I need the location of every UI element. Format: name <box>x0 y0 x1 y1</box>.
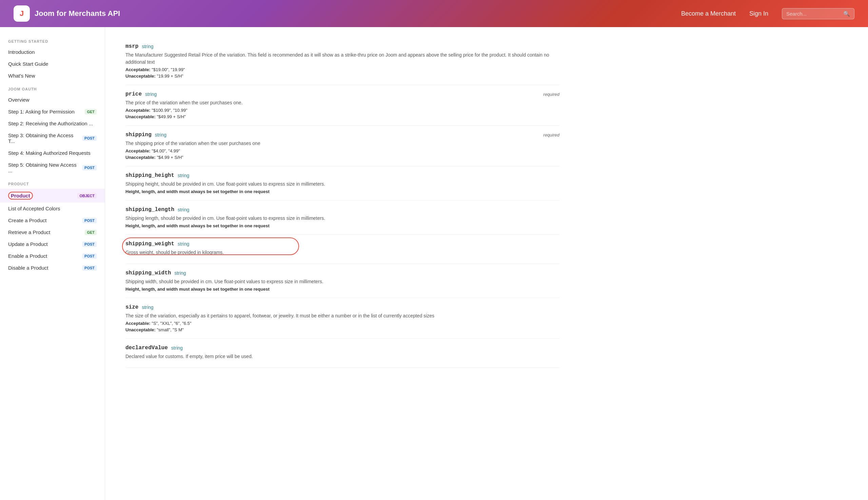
sidebar-item[interactable]: List of Accepted Colors <box>0 203 105 214</box>
field-name: shipping_width <box>125 270 171 276</box>
logo[interactable]: J Joom for Merchants API <box>13 5 120 22</box>
field-entry-shipping: shippingstringrequiredThe shipping price… <box>125 126 559 166</box>
field-entry-shipping_length: shipping_lengthstringShipping length, sh… <box>125 201 559 235</box>
field-type: string <box>142 305 153 310</box>
become-merchant-link[interactable]: Become a Merchant <box>681 10 736 17</box>
field-description: Gross weight, should be provided in kilo… <box>125 249 559 256</box>
sidebar-badge: POST <box>82 218 97 223</box>
sidebar-item-label: Step 5: Obtaining New Access ... <box>8 162 80 173</box>
field-entry-declaredValue: declaredValuestringDeclared value for cu… <box>125 339 559 368</box>
field-entry-shipping_width: shipping_widthstringShipping width, shou… <box>125 264 559 298</box>
field-type: string <box>145 91 157 97</box>
main-content: msrpstringThe Manufacturer Suggested Ret… <box>105 27 580 378</box>
field-name-line: pricestringrequired <box>125 91 559 97</box>
active-item-highlight: Product <box>8 192 33 200</box>
field-acceptable: Acceptable: "$19.00", "19.99" <box>125 67 559 72</box>
sidebar-item[interactable]: Introduction <box>0 46 105 58</box>
field-name-line: msrpstring <box>125 43 559 49</box>
field-name-line: shipping_weightstring <box>125 241 559 247</box>
sidebar-item[interactable]: Step 5: Obtaining New Access ...POST <box>0 159 105 177</box>
field-entry-shipping_weight: shipping_weightstringGross weight, shoul… <box>125 235 559 264</box>
sidebar-item[interactable]: Create a ProductPOST <box>0 214 105 226</box>
field-acceptable: Acceptable: "$4.00", "4.99" <box>125 148 559 154</box>
field-name-line: declaredValuestring <box>125 345 559 351</box>
field-name-line: sizestring <box>125 304 559 310</box>
sidebar-badge: POST <box>82 265 97 271</box>
field-type: string <box>174 270 186 276</box>
field-name: shipping_height <box>125 172 174 179</box>
sidebar-item[interactable]: Step 2: Receiving the Authorization ... <box>0 117 105 129</box>
search-input[interactable] <box>786 11 841 16</box>
sidebar-item-label: Introduction <box>8 49 35 55</box>
sidebar-item-label: What's New <box>8 73 35 79</box>
sidebar-item-label: Overview <box>8 97 30 103</box>
field-name-line: shippingstringrequired <box>125 132 559 138</box>
sidebar-item-label: Create a Product <box>8 217 46 223</box>
field-note: Height, length, and width must always be… <box>125 287 559 292</box>
field-type: string <box>142 44 153 49</box>
field-name: price <box>125 91 142 97</box>
field-entry-price: pricestringrequiredThe price of the vari… <box>125 85 559 126</box>
field-type: string <box>178 173 189 178</box>
field-description: The size of the variation, especially as… <box>125 312 559 319</box>
field-description: Shipping length, should be provided in c… <box>125 215 559 222</box>
field-entry-msrp: msrpstringThe Manufacturer Suggested Ret… <box>125 37 559 85</box>
sidebar-item[interactable]: Quick Start Guide <box>0 58 105 70</box>
sidebar-item-label: Retrieve a Product <box>8 229 50 235</box>
field-name: shipping_length <box>125 207 174 213</box>
field-description: The price of the variation when the user… <box>125 99 559 106</box>
sign-in-link[interactable]: Sign In <box>749 10 768 17</box>
field-name-line: shipping_heightstring <box>125 172 559 179</box>
header-nav: Become a Merchant Sign In 🔍 <box>681 8 855 19</box>
sidebar-item[interactable]: Disable a ProductPOST <box>0 262 105 274</box>
field-acceptable: Acceptable: "S", "XXL", "6", "6.5" <box>125 321 559 326</box>
sidebar-badge: OBJECT <box>77 193 97 198</box>
sidebar-item-label: List of Accepted Colors <box>8 206 60 212</box>
sidebar-badge: POST <box>82 241 97 247</box>
sidebar-item-label: Quick Start Guide <box>8 61 48 67</box>
sidebar-item-label: Disable a Product <box>8 265 48 271</box>
field-description: Shipping width, should be provided in cm… <box>125 278 559 285</box>
sidebar-badge: POST <box>82 253 97 259</box>
sidebar-section-title: PRODUCT <box>0 177 105 189</box>
field-acceptable: Acceptable: "$100.99", "10.99" <box>125 108 559 113</box>
sidebar-section-title: GETTING STARTED <box>0 34 105 46</box>
field-description: The Manufacturer Suggested Retail Price … <box>125 52 559 66</box>
field-type: string <box>178 241 189 247</box>
sidebar-badge: GET <box>85 230 97 235</box>
sidebar-item[interactable]: Step 4: Making Authorized Requests <box>0 147 105 159</box>
field-description: The shipping price of the variation when… <box>125 140 559 147</box>
sidebar-item[interactable]: Retrieve a ProductGET <box>0 226 105 238</box>
field-name: size <box>125 304 138 310</box>
sidebar-item[interactable]: Overview <box>0 94 105 106</box>
field-unacceptable: Unacceptable: "19.99 + S/H" <box>125 73 559 79</box>
field-name: shipping_weight <box>125 241 174 247</box>
sidebar-item-label: Step 2: Receiving the Authorization ... <box>8 121 93 126</box>
sidebar-item[interactable]: Update a ProductPOST <box>0 238 105 250</box>
field-entry-shipping_height: shipping_heightstringShipping height, sh… <box>125 166 559 201</box>
sidebar-item[interactable]: Step 3: Obtaining the Access T...POST <box>0 129 105 147</box>
field-name: declaredValue <box>125 345 168 351</box>
sidebar-item[interactable]: ProductOBJECT <box>0 189 105 203</box>
field-note: Height, length, and width must always be… <box>125 223 559 228</box>
header: J Joom for Merchants API Become a Mercha… <box>0 0 868 27</box>
field-name: msrp <box>125 43 138 49</box>
field-unacceptable: Unacceptable: "$4.99 + S/H" <box>125 155 559 160</box>
sidebar: GETTING STARTEDIntroductionQuick Start G… <box>0 27 105 378</box>
field-unacceptable: Unacceptable: "$49.99 + S/H" <box>125 114 559 119</box>
field-type: string <box>178 207 189 213</box>
sidebar-item-label: Step 3: Obtaining the Access T... <box>8 133 80 144</box>
sidebar-badge: POST <box>82 165 97 170</box>
sidebar-badge: GET <box>85 109 97 114</box>
sidebar-item[interactable]: What's New <box>0 70 105 82</box>
field-required-label: required <box>543 133 559 137</box>
field-unacceptable: Unacceptable: "small", "S M" <box>125 327 559 332</box>
search-icon[interactable]: 🔍 <box>843 11 850 17</box>
field-description: Shipping height, should be provided in c… <box>125 181 559 188</box>
field-entry-size: sizestringThe size of the variation, esp… <box>125 298 559 339</box>
page-layout: GETTING STARTEDIntroductionQuick Start G… <box>0 27 868 378</box>
sidebar-item[interactable]: Step 1: Asking for PermissionGET <box>0 106 105 117</box>
sidebar-item[interactable]: Enable a ProductPOST <box>0 250 105 262</box>
search-box[interactable]: 🔍 <box>782 8 855 19</box>
field-name: shipping <box>125 132 152 138</box>
